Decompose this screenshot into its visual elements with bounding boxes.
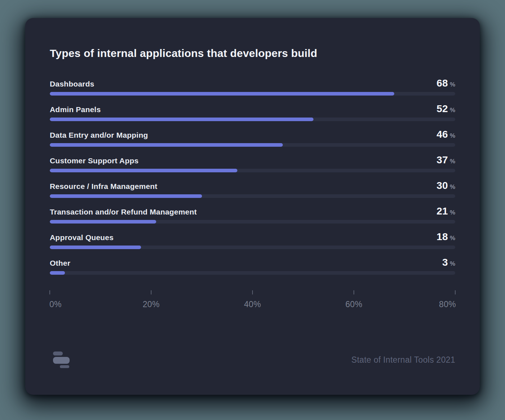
bar-fill [50, 169, 237, 172]
bar-row-header: Data Entry and/or Mapping 46% [50, 129, 455, 140]
bar-row-header: Admin Panels 52% [50, 103, 455, 114]
logo-bar-top [53, 352, 63, 355]
axis-tick-label: 0% [49, 300, 62, 309]
bar-track [50, 194, 455, 198]
source-label: State of Internal Tools 2021 [351, 355, 455, 365]
bar-track [50, 143, 455, 147]
value-label: 52% [436, 103, 455, 115]
category-label: Dashboards [50, 80, 94, 88]
value-number: 18 [436, 231, 448, 242]
bar-row: Other 3% [50, 257, 455, 275]
value-label: 18% [436, 231, 455, 243]
bar-row-header: Resource / Infra Management 30% [50, 180, 455, 191]
bar-row-header: Approval Queues 18% [50, 231, 455, 242]
bar-fill [50, 118, 313, 121]
category-label: Customer Support Apps [50, 156, 139, 165]
bar-row: Customer Support Apps 37% [50, 154, 455, 172]
value-unit: % [450, 158, 455, 165]
retool-logo-icon [53, 352, 73, 368]
axis-tick-mark [252, 290, 253, 295]
x-axis: 0%20%40%60%80% [50, 290, 455, 312]
bar-fill [50, 246, 141, 249]
bar-row-header: Transaction and/or Refund Management 21% [50, 205, 455, 216]
axis-tick-label: 80% [439, 300, 456, 309]
value-number: 46 [436, 129, 448, 140]
bar-track [50, 169, 455, 172]
bar-row: Admin Panels 52% [50, 103, 455, 121]
axis-tick-mark [151, 290, 152, 295]
axis-tick-label: 60% [346, 300, 363, 309]
value-number: 21 [436, 205, 448, 217]
value-unit: % [450, 235, 455, 242]
logo-bar-middle [53, 357, 70, 364]
bar-row-header: Dashboards 68% [50, 78, 455, 88]
category-label: Transaction and/or Refund Management [50, 208, 197, 216]
bar-fill [50, 92, 394, 96]
axis-tick-mark [455, 290, 456, 295]
value-number: 3 [442, 257, 448, 268]
category-label: Admin Panels [50, 105, 101, 114]
value-label: 21% [436, 205, 455, 217]
bar-row-header: Customer Support Apps 37% [50, 154, 455, 165]
bar-fill [50, 271, 65, 275]
bar-track [50, 118, 455, 121]
value-unit: % [450, 81, 455, 88]
bar-fill [50, 143, 283, 147]
bar-row: Resource / Infra Management 30% [50, 180, 455, 198]
bar-row-header: Other 3% [50, 257, 455, 268]
category-label: Approval Queues [50, 233, 114, 242]
bar-track [50, 92, 455, 96]
value-unit: % [450, 184, 455, 190]
value-label: 3% [442, 257, 455, 268]
chart-card: Types of internal applications that deve… [25, 18, 480, 395]
logo-bar-bottom [60, 365, 69, 368]
value-unit: % [450, 132, 455, 139]
bar-track [50, 271, 455, 275]
value-number: 68 [436, 78, 448, 89]
value-label: 30% [436, 180, 455, 191]
value-label: 37% [436, 154, 455, 166]
value-unit: % [450, 209, 455, 216]
axis-tick-mark [354, 290, 354, 295]
category-label: Resource / Infra Management [50, 182, 157, 191]
value-unit: % [450, 260, 455, 267]
bar-row: Dashboards 68% [50, 78, 455, 96]
bar-row: Approval Queues 18% [50, 231, 455, 249]
value-unit: % [450, 107, 455, 114]
axis-tick-label: 20% [143, 300, 160, 309]
value-number: 37 [436, 154, 448, 165]
bar-track [50, 220, 455, 224]
category-label: Other [50, 259, 70, 268]
bar-fill [50, 220, 156, 224]
category-label: Data Entry and/or Mapping [50, 131, 148, 140]
value-number: 30 [436, 180, 448, 191]
value-label: 68% [436, 78, 455, 89]
bar-chart: Dashboards 68% Admin Panels 52% [50, 78, 455, 275]
axis-tick-mark [49, 290, 50, 295]
value-label: 46% [436, 129, 455, 140]
axis-tick-label: 40% [244, 300, 261, 309]
card-footer: State of Internal Tools 2021 [50, 352, 455, 368]
chart-title: Types of internal applications that deve… [50, 43, 455, 61]
value-number: 52 [436, 103, 448, 114]
bar-row: Data Entry and/or Mapping 46% [50, 129, 455, 147]
bar-fill [50, 194, 202, 198]
bar-row: Transaction and/or Refund Management 21% [50, 205, 455, 224]
bar-track [50, 246, 455, 249]
